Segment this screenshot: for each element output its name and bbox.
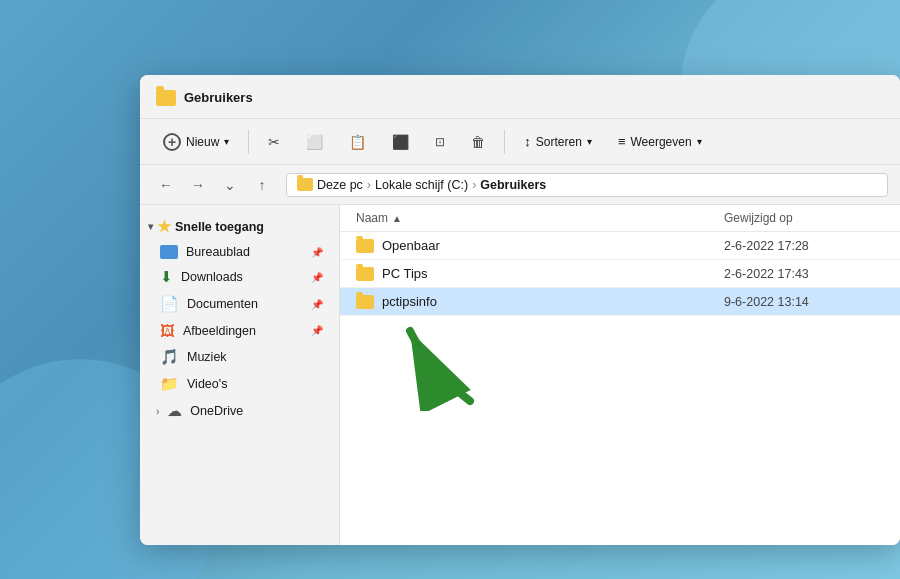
new-icon: + xyxy=(163,133,181,151)
arrow-annotation xyxy=(390,321,510,411)
file-list: Naam ▲ Gewijzigd op Openbaar 2-6-2022 17… xyxy=(340,205,900,545)
quick-access-chevron-icon: ▾ xyxy=(148,221,153,232)
delete-button[interactable]: 🗑 xyxy=(460,128,496,156)
new-chevron-icon: ▾ xyxy=(224,136,229,147)
copy-icon: ⬜ xyxy=(306,134,323,150)
title-bar: Gebruikers xyxy=(140,75,900,119)
file-name-cell-pctipsinfo: pctipsinfo xyxy=(356,294,724,309)
breadcrumb-part3: Gebruikers xyxy=(480,178,546,192)
file-date-pctipsinfo: 9-6-2022 13:14 xyxy=(724,295,884,309)
sidebar-item-label-muziek: Muziek xyxy=(187,350,227,364)
breadcrumb-sep-1: › xyxy=(367,178,371,192)
file-row-pctips[interactable]: PC Tips 2-6-2022 17:43 xyxy=(340,260,900,288)
separator-1 xyxy=(248,130,249,154)
sort-icon: ↕ xyxy=(524,134,531,149)
pin-icon-desktop: 📌 xyxy=(311,247,323,258)
sidebar-item-documenten[interactable]: 📄 Documenten 📌 xyxy=(144,291,335,317)
file-date-openbaar: 2-6-2022 17:28 xyxy=(724,239,884,253)
file-row-pctipsinfo[interactable]: pctipsinfo 9-6-2022 13:14 xyxy=(340,288,900,316)
sidebar-item-afbeeldingen[interactable]: 🖼 Afbeeldingen 📌 xyxy=(144,318,335,343)
download-icon: ⬇ xyxy=(160,268,173,286)
quick-access-label: Snelle toegang xyxy=(175,220,264,234)
separator-2 xyxy=(504,130,505,154)
new-label: Nieuw xyxy=(186,135,219,149)
recent-button[interactable]: ⌄ xyxy=(216,171,244,199)
sort-label: Sorteren xyxy=(536,135,582,149)
forward-button[interactable]: → xyxy=(184,171,212,199)
sidebar-item-muziek[interactable]: 🎵 Muziek xyxy=(144,344,335,370)
share-icon: ⬛ xyxy=(392,134,409,150)
paste-button[interactable]: 📋 xyxy=(338,128,377,156)
sidebar-item-onedrive[interactable]: › ☁ OneDrive xyxy=(144,398,335,424)
cut-icon: ✂ xyxy=(268,134,280,150)
view-button[interactable]: ≡ Weergeven ▾ xyxy=(607,128,713,155)
quick-access-star-icon: ★ xyxy=(157,217,171,236)
folder-icon-openbaar xyxy=(356,239,374,253)
sort-button[interactable]: ↕ Sorteren ▾ xyxy=(513,128,603,155)
up-button[interactable]: ↑ xyxy=(248,171,276,199)
file-explorer-window: Gebruikers + Nieuw ▾ ✂ ⬜ 📋 ⬛ ⊡ 🗑 ↕ So xyxy=(140,75,900,545)
file-name-openbaar: Openbaar xyxy=(382,238,440,253)
sidebar-item-label-downloads: Downloads xyxy=(181,270,243,284)
breadcrumb-folder-icon xyxy=(297,178,313,191)
folder-icon-pctipsinfo xyxy=(356,295,374,309)
view-chevron-icon: ▾ xyxy=(697,136,702,147)
share-button[interactable]: ⬛ xyxy=(381,128,420,156)
onedrive-icon: ☁ xyxy=(167,402,182,420)
breadcrumb[interactable]: Deze pc › Lokale schijf (C:) › Gebruiker… xyxy=(286,173,888,197)
breadcrumb-sep-2: › xyxy=(472,178,476,192)
file-row-openbaar[interactable]: Openbaar 2-6-2022 17:28 xyxy=(340,232,900,260)
image-icon: 🖼 xyxy=(160,322,175,339)
pin-icon-downloads: 📌 xyxy=(311,272,323,283)
col-date-label: Gewijzigd op xyxy=(724,211,793,225)
file-name-pctipsinfo: pctipsinfo xyxy=(382,294,437,309)
window-title: Gebruikers xyxy=(184,90,253,105)
sidebar-item-label-onedrive: OneDrive xyxy=(190,404,243,418)
back-button[interactable]: ← xyxy=(152,171,180,199)
video-icon: 📁 xyxy=(160,375,179,393)
file-list-header: Naam ▲ Gewijzigd op xyxy=(340,205,900,232)
new-button[interactable]: + Nieuw ▾ xyxy=(152,127,240,157)
col-name-header[interactable]: Naam ▲ xyxy=(356,211,724,225)
content-area: ▾ ★ Snelle toegang Bureaublad 📌 ⬇ Downlo… xyxy=(140,205,900,545)
file-name-cell-openbaar: Openbaar xyxy=(356,238,724,253)
desktop-icon xyxy=(160,245,178,259)
breadcrumb-part2: Lokale schijf (C:) xyxy=(375,178,468,192)
onedrive-chevron-icon: › xyxy=(156,406,159,417)
file-date-pctips: 2-6-2022 17:43 xyxy=(724,267,884,281)
sidebar-item-label-documenten: Documenten xyxy=(187,297,258,311)
sidebar-item-label-desktop: Bureaublad xyxy=(186,245,250,259)
nav-bar: ← → ⌄ ↑ Deze pc › Lokale schijf (C:) › G… xyxy=(140,165,900,205)
sidebar-item-label-afbeeldingen: Afbeeldingen xyxy=(183,324,256,338)
music-icon: 🎵 xyxy=(160,348,179,366)
rename-icon: ⊡ xyxy=(435,135,445,149)
toolbar: + Nieuw ▾ ✂ ⬜ 📋 ⬛ ⊡ 🗑 ↕ Sorteren ▾ ≡ xyxy=(140,119,900,165)
cut-button[interactable]: ✂ xyxy=(257,128,291,156)
sidebar-item-desktop[interactable]: Bureaublad 📌 xyxy=(144,241,335,263)
pin-icon-afbeeldingen: 📌 xyxy=(311,325,323,336)
quick-access-header[interactable]: ▾ ★ Snelle toegang xyxy=(140,213,339,240)
view-label: Weergeven xyxy=(630,135,691,149)
col-date-header[interactable]: Gewijzigd op xyxy=(724,211,884,225)
arrow-container xyxy=(340,316,900,396)
view-icon: ≡ xyxy=(618,134,626,149)
delete-icon: 🗑 xyxy=(471,134,485,150)
rename-button[interactable]: ⊡ xyxy=(424,129,456,155)
document-icon: 📄 xyxy=(160,295,179,313)
folder-icon-pctips xyxy=(356,267,374,281)
title-folder-icon xyxy=(156,90,176,106)
sidebar: ▾ ★ Snelle toegang Bureaublad 📌 ⬇ Downlo… xyxy=(140,205,340,545)
breadcrumb-part1: Deze pc xyxy=(317,178,363,192)
col-name-label: Naam xyxy=(356,211,388,225)
file-name-cell-pctips: PC Tips xyxy=(356,266,724,281)
copy-button[interactable]: ⬜ xyxy=(295,128,334,156)
sort-chevron-icon: ▾ xyxy=(587,136,592,147)
paste-icon: 📋 xyxy=(349,134,366,150)
sidebar-item-downloads[interactable]: ⬇ Downloads 📌 xyxy=(144,264,335,290)
file-name-pctips: PC Tips xyxy=(382,266,428,281)
pin-icon-documenten: 📌 xyxy=(311,299,323,310)
sidebar-item-videos[interactable]: 📁 Video's xyxy=(144,371,335,397)
sidebar-item-label-videos: Video's xyxy=(187,377,227,391)
sort-arrow-icon: ▲ xyxy=(392,213,402,224)
